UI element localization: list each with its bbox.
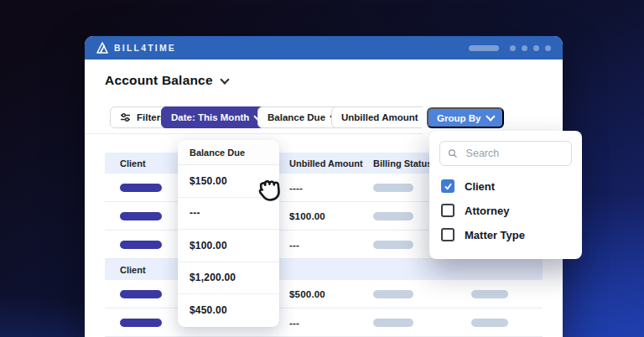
balance-due-floating-column[interactable]: Balance Due $150.00 --- $100.00 $1,200.0…: [178, 140, 279, 327]
date-filter-button[interactable]: Date: This Month: [161, 106, 272, 128]
page-background: BILL4TIME Account Balance: [0, 0, 644, 337]
topbar-decorations: [469, 45, 551, 51]
chevron-down-icon[interactable]: [220, 75, 229, 84]
checkbox[interactable]: [441, 204, 454, 217]
client-placeholder-pill: [120, 241, 162, 249]
topbar-dot: [510, 45, 516, 51]
chevron-down-icon: [486, 111, 495, 121]
column-header-billing-status: Billing Status: [373, 158, 432, 168]
group-header-row: Client: [105, 259, 543, 280]
option-label: Attorney: [465, 205, 509, 217]
balance-due-column-header: Balance Due: [178, 140, 279, 165]
group-by-dropdown-panel: Client Attorney Matter Type: [429, 131, 582, 259]
page-title-row: Account Balance: [105, 73, 228, 88]
date-filter-label: Date: This Month: [171, 112, 249, 122]
topbar-dot: [545, 45, 551, 51]
grab-cursor-icon: [248, 170, 288, 210]
unbilled-amount-value: $100.00: [289, 211, 325, 221]
search-icon: [448, 148, 458, 159]
group-by-option-attorney[interactable]: Attorney: [429, 200, 582, 221]
table-row: $500.00: [105, 280, 543, 308]
group-by-button-label: Group By: [437, 113, 480, 123]
balance-due-value: $100.00: [178, 230, 279, 262]
bill4time-logo: BILL4TIME: [96, 42, 176, 54]
unbilled-amount-value: ---: [289, 240, 299, 250]
group-by-option-matter-type[interactable]: Matter Type: [429, 224, 582, 246]
group-by-option-client[interactable]: Client: [429, 175, 582, 197]
sliders-icon: [120, 112, 131, 122]
group-by-search-box: [439, 141, 572, 166]
unbilled-amount-value: $500.00: [289, 289, 325, 299]
balance-due-value: $1,200.00: [178, 262, 279, 295]
client-placeholder-pill: [120, 319, 162, 327]
unbilled-amount-filter-label: Unbilled Amount: [341, 112, 418, 122]
client-placeholder-pill: [120, 290, 162, 298]
topbar-dot: [522, 45, 527, 51]
checkbox[interactable]: [441, 228, 454, 241]
group-by-button[interactable]: Group By: [427, 107, 504, 128]
placeholder-pill: [471, 290, 508, 298]
client-placeholder-pill: [120, 212, 162, 220]
unbilled-amount-value: ----: [289, 183, 303, 193]
table-row: ---: [105, 308, 543, 337]
placeholder-pill: [471, 319, 508, 327]
app-window: BILL4TIME Account Balance: [85, 36, 563, 337]
topbar-dot: [533, 45, 539, 51]
column-header-unbilled-amount: Unbilled Amount: [289, 158, 363, 168]
brand-name: BILL4TIME: [114, 43, 176, 53]
app-topbar: BILL4TIME: [85, 36, 563, 60]
unbilled-amount-value: ---: [289, 318, 299, 328]
option-label: Matter Type: [465, 229, 525, 241]
billing-status-placeholder-pill: [373, 212, 413, 220]
option-label: Client: [465, 180, 495, 193]
client-placeholder-pill: [120, 184, 162, 192]
checkbox[interactable]: [441, 179, 454, 193]
page-title: Account Balance: [105, 73, 213, 88]
search-input[interactable]: [465, 147, 564, 160]
billing-status-placeholder-pill: [373, 184, 413, 192]
balance-due-filter-label: Balance Due: [267, 112, 325, 122]
billing-status-placeholder-pill: [373, 290, 413, 298]
column-header-client: Client: [120, 158, 146, 168]
checkmark-icon: [444, 182, 453, 191]
group-header-label: Client: [120, 265, 146, 275]
billing-status-placeholder-pill: [373, 319, 413, 327]
bill4time-logomark-icon: [96, 42, 108, 54]
billing-status-placeholder-pill: [373, 241, 413, 249]
topbar-pill-decoration: [469, 45, 499, 51]
balance-due-value: $450.00: [178, 294, 279, 327]
